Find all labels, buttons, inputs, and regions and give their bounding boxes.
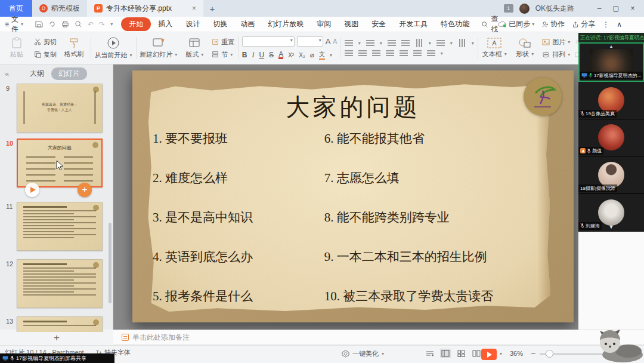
normal-view-button[interactable] [440, 349, 451, 358]
tab-insert[interactable]: 插入 [152, 17, 178, 31]
collapse-panel-arrow[interactable]: ▼ [609, 224, 614, 230]
new-tab-button[interactable]: + [203, 4, 221, 14]
collapse-panel-icon[interactable]: « [5, 69, 9, 78]
zoom-out-button[interactable]: − [531, 349, 535, 358]
font-name-select[interactable] [242, 36, 295, 47]
tab-devtools[interactable]: 开发工具 [393, 17, 434, 31]
paste-button[interactable]: 粘贴 [4, 37, 30, 59]
strikethrough-button[interactable]: S [269, 51, 274, 59]
slides-tab[interactable]: 幻灯片 [51, 67, 87, 80]
current-slide[interactable]: 大家的问题 1. 要不要报班 2. 难度怎么样 3. 是不是高中知识 4. 英语… [132, 70, 574, 322]
section-button[interactable]: 节▾ [212, 50, 234, 59]
message-badge[interactable]: 1 [504, 4, 513, 13]
more-icon[interactable]: ⋮ [602, 20, 609, 29]
chevron-down-icon[interactable]: ▾ [500, 351, 502, 356]
maximize-button[interactable]: ▢ [611, 4, 621, 13]
decrease-indent-button[interactable] [388, 40, 396, 46]
username[interactable]: OK低头走路 [535, 4, 574, 14]
slide-thumbnail-13[interactable] [17, 316, 103, 332]
expand-arrow-icon[interactable]: ▲ [609, 44, 614, 48]
bullets-button[interactable] [345, 40, 353, 46]
add-slide-quick-button[interactable]: + [78, 183, 92, 197]
participant-tile[interactable]: 颜值 [578, 119, 644, 157]
question-list-left[interactable]: 1. 要不要报班 2. 难度怎么样 3. 是不是高中知识 4. 英语到底怎么办 … [153, 130, 324, 304]
minimize-button[interactable]: – [594, 4, 605, 13]
close-button[interactable]: × [627, 4, 638, 13]
chevron-down-icon[interactable]: ▾ [110, 21, 113, 27]
zoom-level[interactable]: 36% [510, 350, 523, 357]
align-right-button[interactable] [372, 50, 380, 56]
grow-font-button[interactable]: A [326, 37, 331, 46]
participant-tile-speaking[interactable]: ▲ 17影视编导夏明杰的... [578, 42, 644, 82]
sync-status[interactable]: 已同步 ▾ [498, 19, 534, 29]
shapes-button[interactable]: 形状▾ [512, 38, 538, 59]
format-painter-button[interactable]: 格式刷 [61, 38, 87, 59]
slide-thumbnail-11[interactable] [17, 202, 103, 251]
phonetic-guide-button[interactable]: 文 [319, 50, 325, 60]
numbering-button[interactable] [366, 40, 374, 46]
slideshow-play-button[interactable] [481, 349, 497, 360]
tab-special-features[interactable]: 特色功能 [435, 17, 475, 31]
notes-bar[interactable]: 单击此处添加备注 [113, 330, 644, 345]
collapse-ribbon-icon[interactable]: ∧ [617, 20, 622, 29]
columns-button[interactable] [459, 39, 465, 47]
shrink-font-button[interactable]: A [333, 38, 337, 45]
zoom-slider-handle[interactable] [546, 350, 553, 358]
text-direction-button[interactable] [416, 39, 422, 47]
textbox-button[interactable]: A 文本框▾ [481, 38, 507, 59]
superscript-button[interactable]: X² [288, 52, 294, 59]
file-menu[interactable]: ≡ 文件 ▾ [0, 14, 28, 35]
participant-tile[interactable]: 刘建海 ▼ [578, 194, 644, 232]
undo-icon[interactable]: ↶ [88, 20, 94, 29]
play-from-current-button[interactable]: 从当前开始▾ [95, 36, 132, 60]
slide-title[interactable]: 大家的问题 [132, 91, 574, 124]
line-spacing-button[interactable] [413, 50, 422, 56]
underline-button[interactable]: U [259, 51, 264, 59]
bold-button[interactable]: B [242, 51, 247, 59]
align-objects-button[interactable] [436, 40, 445, 46]
copy-button[interactable]: 复制 [34, 50, 57, 59]
font-color-button[interactable]: A [278, 51, 283, 59]
notes-view-toggle[interactable] [425, 349, 435, 358]
tab-security[interactable]: 安全 [366, 17, 392, 31]
participant-tile[interactable]: 19音像品美真 [578, 82, 644, 119]
play-slide-button[interactable] [25, 183, 39, 197]
distribute-button[interactable] [400, 50, 408, 56]
layout-button[interactable]: 版式▾ [181, 37, 208, 59]
slide-thumbnail-9[interactable]: 客观真谛、普通经验： 学历低：人上人 [17, 84, 103, 133]
panel-scrollbar[interactable] [109, 223, 112, 303]
new-slide-button[interactable]: 新建幻灯片▾ [140, 37, 177, 59]
tab-review[interactable]: 审阅 [311, 17, 337, 31]
cut-button[interactable]: 剪切 [34, 38, 57, 47]
collaborate-button[interactable]: 协作 [541, 19, 565, 29]
clear-format-button[interactable]: ⌀ [310, 51, 314, 59]
template-store-tab[interactable]: D 稻壳模板 [32, 0, 87, 17]
print-preview-icon[interactable] [75, 20, 82, 28]
tab-design[interactable]: 设计 [179, 17, 206, 31]
slide-thumbnail-12[interactable] [17, 259, 103, 308]
tab-slideshow[interactable]: 幻灯片放映 [262, 17, 309, 31]
save-icon[interactable] [35, 20, 43, 28]
question-list-right[interactable]: 6. 能不能报其他省 7. 志愿怎么填 8. 能不能跨类别跨专业 9. 一本二本… [324, 130, 543, 304]
share-button[interactable]: 分享 [572, 19, 595, 29]
output-icon[interactable] [48, 20, 56, 28]
find-button[interactable]: 查找 [481, 14, 498, 35]
reset-button[interactable]: 重置 [212, 38, 234, 47]
tab-view[interactable]: 视图 [338, 17, 364, 31]
slide-thumbnail-10-selected[interactable]: 大家的问题 [17, 139, 103, 187]
participant-tile[interactable]: 18摄影|摄像沈涛 [578, 156, 644, 194]
align-left-button[interactable] [345, 50, 353, 56]
user-avatar[interactable] [519, 4, 530, 14]
reading-view-button[interactable] [471, 349, 482, 358]
increase-indent-button[interactable] [401, 40, 410, 46]
one-click-beautify-button[interactable]: 一键美化 ▾ [342, 349, 384, 358]
align-center-button[interactable] [358, 50, 367, 56]
close-tab-icon[interactable]: × [192, 4, 196, 13]
document-tab[interactable]: P 专升本经验分享.pptx × [87, 0, 203, 17]
tab-home[interactable]: 开始 [121, 17, 151, 31]
subscript-button[interactable]: X₂ [299, 52, 305, 59]
slide-sorter-view-button[interactable] [456, 349, 466, 358]
tab-transition[interactable]: 切换 [207, 17, 233, 31]
desktop-pet-cat[interactable] [593, 327, 644, 363]
outline-tab[interactable]: 大纲 [30, 69, 44, 79]
